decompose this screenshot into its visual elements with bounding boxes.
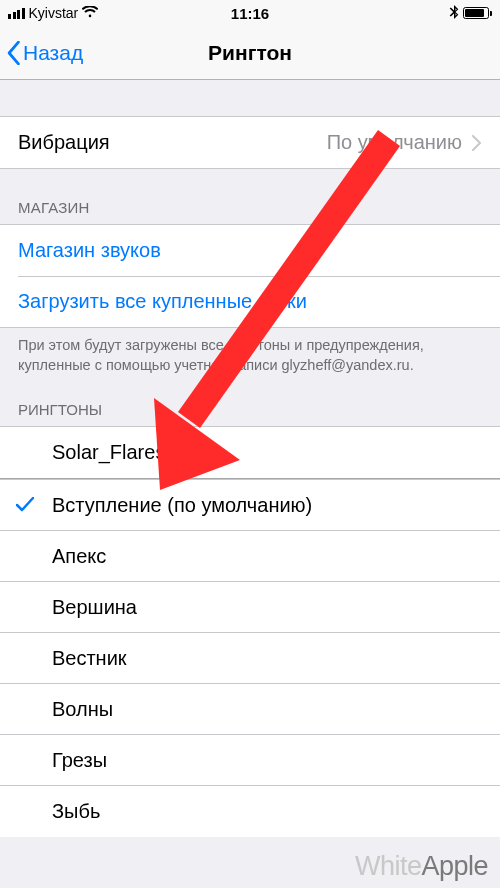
- vibration-cell[interactable]: Вибрация По умолчанию: [0, 117, 500, 168]
- wifi-icon: [82, 5, 98, 21]
- chevron-right-icon: [472, 135, 482, 151]
- back-button[interactable]: Назад: [6, 41, 83, 65]
- vibration-group: Вибрация По умолчанию: [0, 116, 500, 169]
- ringtone-item[interactable]: Вершина: [0, 582, 500, 633]
- ringtone-label: Апекс: [52, 545, 106, 568]
- ringtone-item-custom[interactable]: Solar_Flares: [0, 427, 500, 478]
- nav-bar: Назад Рингтон: [0, 26, 500, 80]
- ringtone-item[interactable]: Зыбь: [0, 786, 500, 837]
- status-bar: Kyivstar 11:16: [0, 0, 500, 26]
- ringtone-item[interactable]: Вступление (по умолчанию): [0, 480, 500, 531]
- status-right: [449, 5, 493, 22]
- vibration-label: Вибрация: [18, 131, 327, 154]
- sounds-store-label: Магазин звуков: [18, 239, 482, 262]
- ringtone-label: Вершина: [52, 596, 137, 619]
- vibration-value: По умолчанию: [327, 131, 462, 154]
- store-group: Магазин звуков Загрузить все купленные з…: [0, 224, 500, 328]
- back-label: Назад: [23, 41, 83, 65]
- download-all-link[interactable]: Загрузить все купленные звуки: [0, 276, 500, 327]
- ringtone-label: Вступление (по умолчанию): [52, 494, 312, 517]
- ringtone-item[interactable]: Вестник: [0, 633, 500, 684]
- ringtones-header: РИНГТОНЫ: [0, 381, 500, 426]
- ringtone-label: Волны: [52, 698, 113, 721]
- chevron-left-icon: [6, 41, 21, 65]
- ringtones-builtin-group: Вступление (по умолчанию)АпексВершинаВес…: [0, 479, 500, 837]
- spacer: [0, 80, 500, 116]
- store-header: МАГАЗИН: [0, 169, 500, 224]
- ringtone-label: Зыбь: [52, 800, 100, 823]
- sounds-store-link[interactable]: Магазин звуков: [0, 225, 500, 276]
- signal-bars-icon: [8, 8, 25, 19]
- ringtone-item[interactable]: Волны: [0, 684, 500, 735]
- ringtones-custom-group: Solar_Flares: [0, 426, 500, 478]
- checkmark-icon: [16, 497, 34, 513]
- store-footer: При этом будут загружены все рингтоны и …: [0, 328, 500, 381]
- ringtone-item[interactable]: Грезы: [0, 735, 500, 786]
- ringtone-label: Solar_Flares: [52, 441, 165, 464]
- bluetooth-icon: [449, 5, 459, 22]
- ringtone-item[interactable]: Апекс: [0, 531, 500, 582]
- download-all-label: Загрузить все купленные звуки: [18, 290, 482, 313]
- watermark-part2: Apple: [421, 851, 488, 881]
- carrier-label: Kyivstar: [29, 5, 79, 21]
- status-left: Kyivstar: [8, 5, 98, 21]
- watermark: WhiteApple: [355, 851, 488, 882]
- watermark-part1: White: [355, 851, 422, 881]
- ringtone-label: Грезы: [52, 749, 107, 772]
- ringtone-label: Вестник: [52, 647, 127, 670]
- battery-icon: [463, 7, 493, 19]
